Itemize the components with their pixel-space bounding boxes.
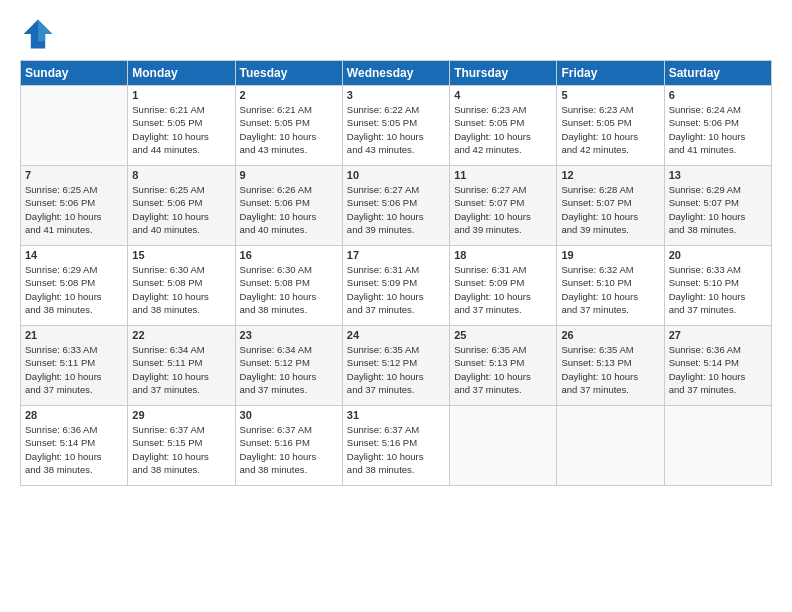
cell-content: Sunrise: 6:35 AM Sunset: 5:12 PM Dayligh… [347, 343, 445, 396]
day-number: 29 [132, 409, 230, 421]
calendar-cell: 27Sunrise: 6:36 AM Sunset: 5:14 PM Dayli… [664, 326, 771, 406]
day-number: 28 [25, 409, 123, 421]
calendar-cell: 31Sunrise: 6:37 AM Sunset: 5:16 PM Dayli… [342, 406, 449, 486]
calendar-cell: 11Sunrise: 6:27 AM Sunset: 5:07 PM Dayli… [450, 166, 557, 246]
cell-content: Sunrise: 6:34 AM Sunset: 5:12 PM Dayligh… [240, 343, 338, 396]
calendar-week-row: 21Sunrise: 6:33 AM Sunset: 5:11 PM Dayli… [21, 326, 772, 406]
cell-content: Sunrise: 6:32 AM Sunset: 5:10 PM Dayligh… [561, 263, 659, 316]
page-container: SundayMondayTuesdayWednesdayThursdayFrid… [0, 0, 792, 496]
calendar-cell: 4Sunrise: 6:23 AM Sunset: 5:05 PM Daylig… [450, 86, 557, 166]
cell-content: Sunrise: 6:23 AM Sunset: 5:05 PM Dayligh… [561, 103, 659, 156]
calendar-cell: 28Sunrise: 6:36 AM Sunset: 5:14 PM Dayli… [21, 406, 128, 486]
calendar-cell: 13Sunrise: 6:29 AM Sunset: 5:07 PM Dayli… [664, 166, 771, 246]
cell-content: Sunrise: 6:22 AM Sunset: 5:05 PM Dayligh… [347, 103, 445, 156]
day-number: 10 [347, 169, 445, 181]
calendar-cell: 2Sunrise: 6:21 AM Sunset: 5:05 PM Daylig… [235, 86, 342, 166]
calendar-cell: 22Sunrise: 6:34 AM Sunset: 5:11 PM Dayli… [128, 326, 235, 406]
cell-content: Sunrise: 6:31 AM Sunset: 5:09 PM Dayligh… [454, 263, 552, 316]
calendar-cell: 29Sunrise: 6:37 AM Sunset: 5:15 PM Dayli… [128, 406, 235, 486]
day-number: 24 [347, 329, 445, 341]
cell-content: Sunrise: 6:21 AM Sunset: 5:05 PM Dayligh… [132, 103, 230, 156]
calendar-cell: 14Sunrise: 6:29 AM Sunset: 5:08 PM Dayli… [21, 246, 128, 326]
calendar-cell: 23Sunrise: 6:34 AM Sunset: 5:12 PM Dayli… [235, 326, 342, 406]
calendar-cell: 16Sunrise: 6:30 AM Sunset: 5:08 PM Dayli… [235, 246, 342, 326]
weekday-header: Monday [128, 61, 235, 86]
day-number: 12 [561, 169, 659, 181]
day-number: 13 [669, 169, 767, 181]
cell-content: Sunrise: 6:30 AM Sunset: 5:08 PM Dayligh… [132, 263, 230, 316]
calendar-cell: 26Sunrise: 6:35 AM Sunset: 5:13 PM Dayli… [557, 326, 664, 406]
day-number: 20 [669, 249, 767, 261]
calendar-cell: 12Sunrise: 6:28 AM Sunset: 5:07 PM Dayli… [557, 166, 664, 246]
calendar-week-row: 7Sunrise: 6:25 AM Sunset: 5:06 PM Daylig… [21, 166, 772, 246]
day-number: 5 [561, 89, 659, 101]
calendar-cell [557, 406, 664, 486]
calendar-cell: 8Sunrise: 6:25 AM Sunset: 5:06 PM Daylig… [128, 166, 235, 246]
day-number: 17 [347, 249, 445, 261]
day-number: 26 [561, 329, 659, 341]
logo [20, 16, 60, 52]
cell-content: Sunrise: 6:37 AM Sunset: 5:16 PM Dayligh… [240, 423, 338, 476]
cell-content: Sunrise: 6:36 AM Sunset: 5:14 PM Dayligh… [25, 423, 123, 476]
calendar-cell: 25Sunrise: 6:35 AM Sunset: 5:13 PM Dayli… [450, 326, 557, 406]
day-number: 9 [240, 169, 338, 181]
day-number: 14 [25, 249, 123, 261]
cell-content: Sunrise: 6:25 AM Sunset: 5:06 PM Dayligh… [132, 183, 230, 236]
cell-content: Sunrise: 6:28 AM Sunset: 5:07 PM Dayligh… [561, 183, 659, 236]
day-number: 8 [132, 169, 230, 181]
day-number: 22 [132, 329, 230, 341]
calendar-cell: 6Sunrise: 6:24 AM Sunset: 5:06 PM Daylig… [664, 86, 771, 166]
day-number: 11 [454, 169, 552, 181]
cell-content: Sunrise: 6:33 AM Sunset: 5:11 PM Dayligh… [25, 343, 123, 396]
day-number: 31 [347, 409, 445, 421]
weekday-header: Sunday [21, 61, 128, 86]
cell-content: Sunrise: 6:35 AM Sunset: 5:13 PM Dayligh… [561, 343, 659, 396]
calendar-cell: 19Sunrise: 6:32 AM Sunset: 5:10 PM Dayli… [557, 246, 664, 326]
calendar-week-row: 14Sunrise: 6:29 AM Sunset: 5:08 PM Dayli… [21, 246, 772, 326]
day-number: 4 [454, 89, 552, 101]
calendar-cell [664, 406, 771, 486]
weekday-header: Wednesday [342, 61, 449, 86]
calendar-cell: 20Sunrise: 6:33 AM Sunset: 5:10 PM Dayli… [664, 246, 771, 326]
cell-content: Sunrise: 6:21 AM Sunset: 5:05 PM Dayligh… [240, 103, 338, 156]
weekday-header: Thursday [450, 61, 557, 86]
cell-content: Sunrise: 6:30 AM Sunset: 5:08 PM Dayligh… [240, 263, 338, 316]
cell-content: Sunrise: 6:34 AM Sunset: 5:11 PM Dayligh… [132, 343, 230, 396]
day-number: 18 [454, 249, 552, 261]
day-number: 2 [240, 89, 338, 101]
cell-content: Sunrise: 6:31 AM Sunset: 5:09 PM Dayligh… [347, 263, 445, 316]
day-number: 21 [25, 329, 123, 341]
cell-content: Sunrise: 6:35 AM Sunset: 5:13 PM Dayligh… [454, 343, 552, 396]
cell-content: Sunrise: 6:29 AM Sunset: 5:07 PM Dayligh… [669, 183, 767, 236]
header [20, 16, 772, 52]
cell-content: Sunrise: 6:36 AM Sunset: 5:14 PM Dayligh… [669, 343, 767, 396]
cell-content: Sunrise: 6:24 AM Sunset: 5:06 PM Dayligh… [669, 103, 767, 156]
cell-content: Sunrise: 6:37 AM Sunset: 5:15 PM Dayligh… [132, 423, 230, 476]
day-number: 27 [669, 329, 767, 341]
weekday-header: Friday [557, 61, 664, 86]
cell-content: Sunrise: 6:37 AM Sunset: 5:16 PM Dayligh… [347, 423, 445, 476]
calendar-cell [21, 86, 128, 166]
day-number: 3 [347, 89, 445, 101]
cell-content: Sunrise: 6:29 AM Sunset: 5:08 PM Dayligh… [25, 263, 123, 316]
calendar-cell: 7Sunrise: 6:25 AM Sunset: 5:06 PM Daylig… [21, 166, 128, 246]
calendar-cell: 10Sunrise: 6:27 AM Sunset: 5:06 PM Dayli… [342, 166, 449, 246]
calendar-cell: 3Sunrise: 6:22 AM Sunset: 5:05 PM Daylig… [342, 86, 449, 166]
svg-marker-1 [38, 20, 52, 42]
calendar-cell: 17Sunrise: 6:31 AM Sunset: 5:09 PM Dayli… [342, 246, 449, 326]
weekday-header: Tuesday [235, 61, 342, 86]
day-number: 15 [132, 249, 230, 261]
calendar-cell: 18Sunrise: 6:31 AM Sunset: 5:09 PM Dayli… [450, 246, 557, 326]
day-number: 16 [240, 249, 338, 261]
calendar-cell: 30Sunrise: 6:37 AM Sunset: 5:16 PM Dayli… [235, 406, 342, 486]
calendar-cell: 5Sunrise: 6:23 AM Sunset: 5:05 PM Daylig… [557, 86, 664, 166]
calendar-cell: 24Sunrise: 6:35 AM Sunset: 5:12 PM Dayli… [342, 326, 449, 406]
calendar-week-row: 1Sunrise: 6:21 AM Sunset: 5:05 PM Daylig… [21, 86, 772, 166]
cell-content: Sunrise: 6:27 AM Sunset: 5:06 PM Dayligh… [347, 183, 445, 236]
weekday-header: Saturday [664, 61, 771, 86]
calendar-table: SundayMondayTuesdayWednesdayThursdayFrid… [20, 60, 772, 486]
calendar-cell [450, 406, 557, 486]
day-number: 7 [25, 169, 123, 181]
cell-content: Sunrise: 6:25 AM Sunset: 5:06 PM Dayligh… [25, 183, 123, 236]
day-number: 30 [240, 409, 338, 421]
